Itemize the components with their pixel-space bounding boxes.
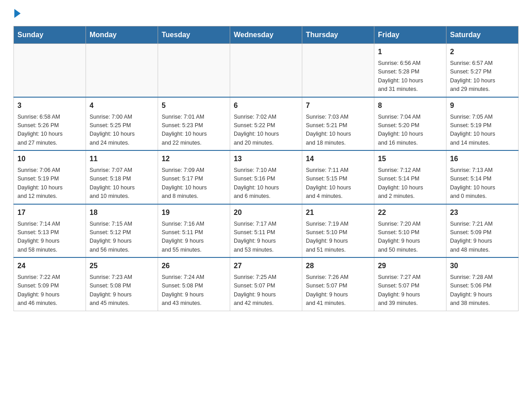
day-number: 12 bbox=[162, 154, 226, 164]
day-number: 29 bbox=[378, 261, 442, 271]
day-number: 9 bbox=[450, 100, 515, 111]
weekday-header-sunday: Sunday bbox=[14, 26, 86, 44]
calendar-week-row: 17Sunrise: 7:14 AMSunset: 5:13 PMDayligh… bbox=[14, 204, 519, 258]
day-info: Sunrise: 7:28 AMSunset: 5:06 PMDaylight:… bbox=[450, 273, 515, 308]
calendar-day-cell: 5Sunrise: 7:01 AMSunset: 5:23 PMDaylight… bbox=[158, 97, 230, 151]
calendar-day-cell: 27Sunrise: 7:25 AMSunset: 5:07 PMDayligh… bbox=[230, 257, 302, 311]
day-info: Sunrise: 7:15 AMSunset: 5:12 PMDaylight:… bbox=[90, 220, 154, 255]
logo-arrow-icon bbox=[14, 9, 21, 18]
calendar-day-cell: 8Sunrise: 7:04 AMSunset: 5:20 PMDaylight… bbox=[374, 97, 446, 151]
day-info: Sunrise: 7:07 AMSunset: 5:18 PMDaylight:… bbox=[90, 166, 154, 201]
weekday-header-thursday: Thursday bbox=[302, 26, 374, 44]
day-number: 2 bbox=[450, 47, 515, 57]
day-info: Sunrise: 7:04 AMSunset: 5:20 PMDaylight:… bbox=[378, 113, 442, 148]
calendar-day-cell: 11Sunrise: 7:07 AMSunset: 5:18 PMDayligh… bbox=[86, 150, 158, 204]
calendar-day-cell: 21Sunrise: 7:19 AMSunset: 5:10 PMDayligh… bbox=[302, 204, 374, 258]
day-number: 16 bbox=[450, 154, 515, 164]
day-info: Sunrise: 7:20 AMSunset: 5:10 PMDaylight:… bbox=[378, 220, 442, 255]
day-info: Sunrise: 6:57 AMSunset: 5:27 PMDaylight:… bbox=[450, 59, 515, 94]
day-info: Sunrise: 7:00 AMSunset: 5:25 PMDaylight:… bbox=[90, 113, 154, 148]
calendar-day-cell: 6Sunrise: 7:02 AMSunset: 5:22 PMDaylight… bbox=[230, 97, 302, 151]
day-info: Sunrise: 7:02 AMSunset: 5:22 PMDaylight:… bbox=[234, 113, 298, 148]
day-info: Sunrise: 7:16 AMSunset: 5:11 PMDaylight:… bbox=[162, 220, 226, 255]
day-number: 15 bbox=[378, 154, 442, 164]
calendar-week-row: 1Sunrise: 6:56 AMSunset: 5:28 PMDaylight… bbox=[14, 44, 519, 97]
day-info: Sunrise: 7:27 AMSunset: 5:07 PMDaylight:… bbox=[378, 273, 442, 308]
page-header bbox=[13, 9, 519, 18]
weekday-header-wednesday: Wednesday bbox=[230, 26, 302, 44]
calendar-day-cell: 17Sunrise: 7:14 AMSunset: 5:13 PMDayligh… bbox=[14, 204, 86, 258]
calendar-table: SundayMondayTuesdayWednesdayThursdayFrid… bbox=[13, 26, 519, 311]
calendar-day-cell: 28Sunrise: 7:26 AMSunset: 5:07 PMDayligh… bbox=[302, 257, 374, 311]
day-info: Sunrise: 7:26 AMSunset: 5:07 PMDaylight:… bbox=[306, 273, 370, 308]
day-info: Sunrise: 6:56 AMSunset: 5:28 PMDaylight:… bbox=[378, 59, 442, 94]
calendar-day-cell bbox=[14, 44, 86, 97]
calendar-day-cell bbox=[230, 44, 302, 97]
calendar-day-cell: 12Sunrise: 7:09 AMSunset: 5:17 PMDayligh… bbox=[158, 150, 230, 204]
day-info: Sunrise: 7:23 AMSunset: 5:08 PMDaylight:… bbox=[90, 273, 154, 308]
weekday-header-friday: Friday bbox=[374, 26, 446, 44]
weekday-header-saturday: Saturday bbox=[446, 26, 519, 44]
calendar-day-cell: 29Sunrise: 7:27 AMSunset: 5:07 PMDayligh… bbox=[374, 257, 446, 311]
day-number: 4 bbox=[90, 100, 154, 111]
day-number: 22 bbox=[378, 207, 442, 218]
day-number: 1 bbox=[378, 47, 442, 57]
day-info: Sunrise: 7:14 AMSunset: 5:13 PMDaylight:… bbox=[17, 220, 82, 255]
day-info: Sunrise: 7:10 AMSunset: 5:16 PMDaylight:… bbox=[234, 166, 298, 201]
calendar-day-cell: 22Sunrise: 7:20 AMSunset: 5:10 PMDayligh… bbox=[374, 204, 446, 258]
day-number: 19 bbox=[162, 207, 226, 218]
calendar-day-cell: 9Sunrise: 7:05 AMSunset: 5:19 PMDaylight… bbox=[446, 97, 519, 151]
calendar-day-cell: 16Sunrise: 7:13 AMSunset: 5:14 PMDayligh… bbox=[446, 150, 519, 204]
calendar-day-cell: 23Sunrise: 7:21 AMSunset: 5:09 PMDayligh… bbox=[446, 204, 519, 258]
calendar-day-cell: 25Sunrise: 7:23 AMSunset: 5:08 PMDayligh… bbox=[86, 257, 158, 311]
day-number: 13 bbox=[234, 154, 298, 164]
day-info: Sunrise: 7:12 AMSunset: 5:14 PMDaylight:… bbox=[378, 166, 442, 201]
calendar-day-cell: 18Sunrise: 7:15 AMSunset: 5:12 PMDayligh… bbox=[86, 204, 158, 258]
calendar-week-row: 3Sunrise: 6:58 AMSunset: 5:26 PMDaylight… bbox=[14, 97, 519, 151]
weekday-header-monday: Monday bbox=[86, 26, 158, 44]
calendar-day-cell: 20Sunrise: 7:17 AMSunset: 5:11 PMDayligh… bbox=[230, 204, 302, 258]
day-number: 14 bbox=[306, 154, 370, 164]
day-number: 20 bbox=[234, 207, 298, 218]
day-info: Sunrise: 7:13 AMSunset: 5:14 PMDaylight:… bbox=[450, 166, 515, 201]
calendar-day-cell: 10Sunrise: 7:06 AMSunset: 5:19 PMDayligh… bbox=[14, 150, 86, 204]
calendar-day-cell: 30Sunrise: 7:28 AMSunset: 5:06 PMDayligh… bbox=[446, 257, 519, 311]
day-number: 27 bbox=[234, 261, 298, 271]
calendar-day-cell: 13Sunrise: 7:10 AMSunset: 5:16 PMDayligh… bbox=[230, 150, 302, 204]
day-info: Sunrise: 7:03 AMSunset: 5:21 PMDaylight:… bbox=[306, 113, 370, 148]
weekday-header-row: SundayMondayTuesdayWednesdayThursdayFrid… bbox=[14, 26, 519, 44]
calendar-week-row: 24Sunrise: 7:22 AMSunset: 5:09 PMDayligh… bbox=[14, 257, 519, 311]
calendar-day-cell bbox=[158, 44, 230, 97]
calendar-day-cell: 24Sunrise: 7:22 AMSunset: 5:09 PMDayligh… bbox=[14, 257, 86, 311]
day-number: 8 bbox=[378, 100, 442, 111]
logo bbox=[13, 9, 21, 18]
calendar-day-cell: 19Sunrise: 7:16 AMSunset: 5:11 PMDayligh… bbox=[158, 204, 230, 258]
day-info: Sunrise: 7:19 AMSunset: 5:10 PMDaylight:… bbox=[306, 220, 370, 255]
day-number: 11 bbox=[90, 154, 154, 164]
calendar-day-cell: 15Sunrise: 7:12 AMSunset: 5:14 PMDayligh… bbox=[374, 150, 446, 204]
calendar-day-cell: 3Sunrise: 6:58 AMSunset: 5:26 PMDaylight… bbox=[14, 97, 86, 151]
day-number: 24 bbox=[17, 261, 82, 271]
calendar-day-cell bbox=[302, 44, 374, 97]
calendar-day-cell: 2Sunrise: 6:57 AMSunset: 5:27 PMDaylight… bbox=[446, 44, 519, 97]
calendar-day-cell: 7Sunrise: 7:03 AMSunset: 5:21 PMDaylight… bbox=[302, 97, 374, 151]
day-number: 23 bbox=[450, 207, 515, 218]
day-info: Sunrise: 7:09 AMSunset: 5:17 PMDaylight:… bbox=[162, 166, 226, 201]
day-number: 26 bbox=[162, 261, 226, 271]
day-number: 25 bbox=[90, 261, 154, 271]
calendar-day-cell: 4Sunrise: 7:00 AMSunset: 5:25 PMDaylight… bbox=[86, 97, 158, 151]
day-number: 18 bbox=[90, 207, 154, 218]
calendar-day-cell: 14Sunrise: 7:11 AMSunset: 5:15 PMDayligh… bbox=[302, 150, 374, 204]
day-info: Sunrise: 7:05 AMSunset: 5:19 PMDaylight:… bbox=[450, 113, 515, 148]
calendar-day-cell bbox=[86, 44, 158, 97]
day-info: Sunrise: 7:25 AMSunset: 5:07 PMDaylight:… bbox=[234, 273, 298, 308]
day-number: 7 bbox=[306, 100, 370, 111]
day-number: 17 bbox=[17, 207, 82, 218]
day-info: Sunrise: 7:11 AMSunset: 5:15 PMDaylight:… bbox=[306, 166, 370, 201]
day-info: Sunrise: 7:21 AMSunset: 5:09 PMDaylight:… bbox=[450, 220, 515, 255]
day-info: Sunrise: 6:58 AMSunset: 5:26 PMDaylight:… bbox=[17, 113, 82, 148]
weekday-header-tuesday: Tuesday bbox=[158, 26, 230, 44]
day-number: 21 bbox=[306, 207, 370, 218]
day-info: Sunrise: 7:17 AMSunset: 5:11 PMDaylight:… bbox=[234, 220, 298, 255]
day-info: Sunrise: 7:24 AMSunset: 5:08 PMDaylight:… bbox=[162, 273, 226, 308]
